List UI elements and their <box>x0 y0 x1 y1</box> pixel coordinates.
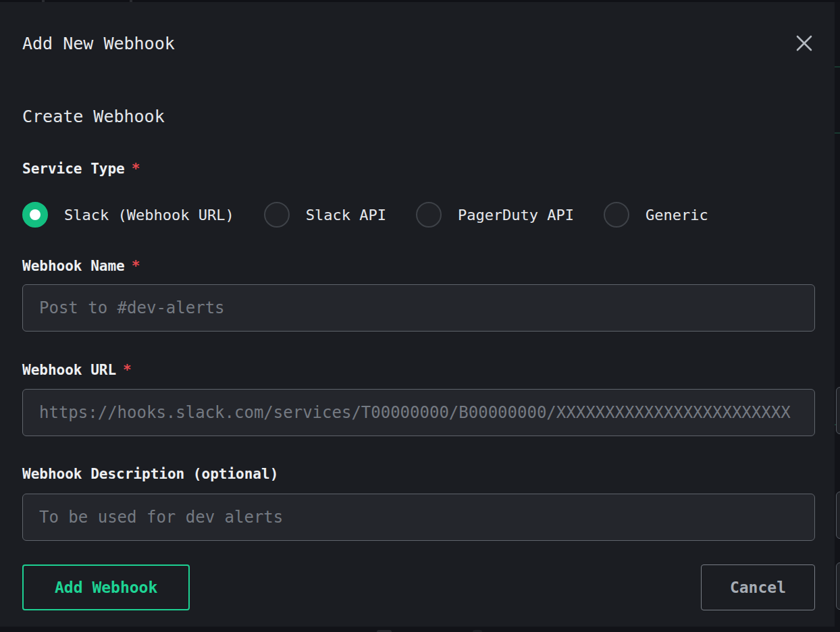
radio-button-icon[interactable] <box>264 202 290 228</box>
radio-option-label: Slack (Webhook URL) <box>64 207 234 223</box>
background-artifact <box>836 492 840 539</box>
modal-action-row: Add Webhook Cancel <box>22 564 815 610</box>
radio-option-pagerduty-api[interactable]: PagerDuty API <box>416 202 574 228</box>
radio-option-slack-webhook-url[interactable]: Slack (Webhook URL) <box>22 202 234 228</box>
cancel-button[interactable]: Cancel <box>701 564 815 610</box>
background-page-bottom-edge <box>0 627 840 632</box>
required-asterisk: * <box>132 161 140 177</box>
webhook-description-label-text: Webhook Description (optional) <box>22 466 278 482</box>
radio-option-label: Generic <box>646 207 708 223</box>
background-artifact <box>835 66 840 68</box>
background-artifact <box>835 132 840 134</box>
radio-button-icon[interactable] <box>416 202 442 228</box>
form-heading: Create Webhook <box>22 106 815 128</box>
required-asterisk: * <box>123 362 132 378</box>
webhook-description-input[interactable] <box>22 494 815 541</box>
modal-title: Add New Webhook <box>22 33 815 55</box>
radio-button-icon[interactable] <box>604 202 629 228</box>
radio-option-slack-api[interactable]: Slack API <box>264 202 386 228</box>
radio-option-generic[interactable]: Generic <box>604 202 708 228</box>
close-button[interactable] <box>793 32 816 55</box>
service-type-label: Service Type* <box>22 159 815 178</box>
webhook-name-label-text: Webhook Name <box>22 258 125 274</box>
webhook-name-label: Webhook Name* <box>22 257 815 275</box>
webhook-url-label-text: Webhook URL <box>22 362 116 378</box>
close-icon <box>794 33 814 53</box>
service-type-label-text: Service Type <box>22 161 125 177</box>
background-artifact <box>836 562 840 610</box>
service-type-radio-group: Slack (Webhook URL) Slack API PagerDuty … <box>22 202 815 228</box>
webhook-url-label: Webhook URL* <box>22 361 815 379</box>
background-page-right-edge <box>835 2 840 627</box>
required-asterisk: * <box>132 258 140 274</box>
radio-option-label: PagerDuty API <box>458 207 574 223</box>
add-webhook-button[interactable]: Add Webhook <box>22 564 190 610</box>
add-webhook-modal: Add New Webhook Create Webhook Service T… <box>0 2 835 627</box>
radio-option-label: Slack API <box>306 207 386 223</box>
webhook-name-input[interactable] <box>22 284 815 332</box>
webhook-url-input[interactable] <box>22 389 815 436</box>
webhook-description-label: Webhook Description (optional) <box>22 465 815 483</box>
radio-button-icon[interactable] <box>22 202 48 228</box>
background-artifact <box>836 387 840 434</box>
